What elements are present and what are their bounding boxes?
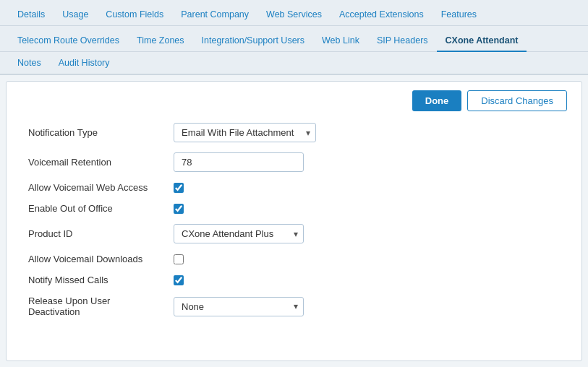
notify-missed-calls-row: Notify Missed Calls [28, 275, 567, 285]
notify-missed-calls-label: Notify Missed Calls [28, 275, 162, 285]
voicemail-retention-input[interactable] [174, 152, 304, 172]
product-id-control: CXone Attendant Plus CXone Attendant Non… [174, 224, 304, 243]
allow-voicemail-web-access-label: Allow Voicemail Web Access [28, 182, 162, 193]
voicemail-retention-control [174, 152, 304, 172]
allow-voicemail-web-access-control [174, 183, 184, 193]
discard-changes-button[interactable]: Discard Changes [467, 90, 567, 111]
tab-web-link[interactable]: Web Link [313, 30, 368, 52]
notification-type-row: Notification Type Email With File Attach… [28, 123, 567, 142]
tab-custom-fields[interactable]: Custom Fields [97, 4, 172, 26]
enable-out-of-office-row: Enable Out of Office [28, 203, 567, 214]
voicemail-retention-row: Voicemail Retention [28, 152, 567, 172]
tab-audit-history[interactable]: Audit History [50, 52, 119, 74]
tab-sip-headers[interactable]: SIP Headers [368, 30, 437, 52]
tab-bar-row3: Notes Audit History [0, 52, 588, 75]
allow-voicemail-downloads-row: Allow Voicemail Downloads [28, 254, 567, 264]
enable-out-of-office-control [174, 204, 184, 214]
main-container: Details Usage Custom Fields Parent Compa… [0, 0, 588, 367]
tab-bar-row2: Telecom Route Overrides Time Zones Integ… [0, 26, 588, 52]
tab-bar-row1: Details Usage Custom Fields Parent Compa… [0, 0, 588, 26]
tab-telecom-route-overrides[interactable]: Telecom Route Overrides [9, 30, 128, 52]
notification-type-control: Email With File Attachment None Email [174, 123, 316, 142]
allow-voicemail-downloads-label: Allow Voicemail Downloads [28, 254, 162, 264]
notification-type-label: Notification Type [28, 127, 162, 138]
allow-voicemail-downloads-control [174, 254, 184, 264]
product-id-row: Product ID CXone Attendant Plus CXone At… [28, 224, 567, 243]
allow-voicemail-web-access-row: Allow Voicemail Web Access [28, 182, 567, 193]
tab-accepted-extensions[interactable]: Accepted Extensions [331, 4, 433, 26]
product-id-select-wrapper: CXone Attendant Plus CXone Attendant Non… [174, 224, 304, 243]
enable-out-of-office-checkbox[interactable] [174, 204, 184, 214]
release-upon-user-deactivation-row: Release Upon User Deactivation None Imme… [28, 295, 567, 317]
product-id-label: Product ID [28, 228, 162, 239]
tab-web-services[interactable]: Web Services [257, 4, 331, 26]
release-upon-user-deactivation-control: None Immediate Delayed [174, 297, 304, 316]
tab-time-zones[interactable]: Time Zones [128, 30, 193, 52]
done-button[interactable]: Done [412, 90, 462, 111]
allow-voicemail-web-access-checkbox[interactable] [174, 183, 184, 193]
release-upon-user-deactivation-label: Release Upon User Deactivation [28, 295, 162, 317]
tab-notes[interactable]: Notes [9, 52, 50, 74]
notify-missed-calls-control [174, 275, 184, 285]
release-upon-user-deactivation-select-wrapper: None Immediate Delayed [174, 297, 304, 316]
tab-integration-support-users[interactable]: Integration/Support Users [193, 30, 313, 52]
content-area: Done Discard Changes Notification Type E… [6, 81, 582, 361]
notification-type-select[interactable]: Email With File Attachment None Email [174, 123, 316, 142]
notification-type-select-wrapper: Email With File Attachment None Email [174, 123, 316, 142]
enable-out-of-office-label: Enable Out of Office [28, 203, 162, 214]
tab-parent-company[interactable]: Parent Company [172, 4, 257, 26]
form-section: Notification Type Email With File Attach… [21, 123, 567, 317]
notify-missed-calls-checkbox[interactable] [174, 275, 184, 285]
tab-details[interactable]: Details [9, 4, 54, 26]
product-id-select[interactable]: CXone Attendant Plus CXone Attendant Non… [174, 224, 304, 243]
action-bar: Done Discard Changes [21, 90, 567, 111]
release-upon-user-deactivation-select[interactable]: None Immediate Delayed [174, 297, 304, 316]
tab-cxone-attendant[interactable]: CXone Attendant [437, 30, 527, 52]
allow-voicemail-downloads-checkbox[interactable] [174, 254, 184, 264]
tab-usage[interactable]: Usage [54, 4, 97, 26]
tab-features[interactable]: Features [433, 4, 485, 26]
voicemail-retention-label: Voicemail Retention [28, 157, 162, 168]
